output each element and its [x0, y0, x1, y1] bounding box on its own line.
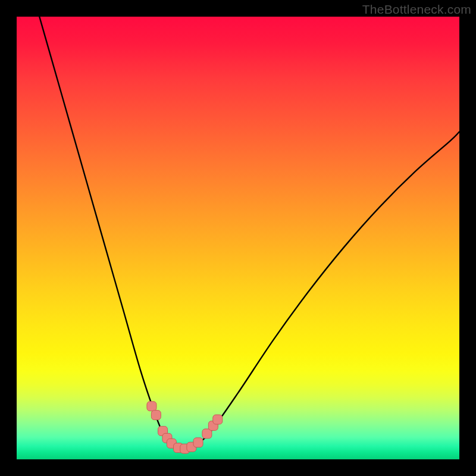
curve-layer	[17, 17, 459, 459]
highlight-markers	[147, 402, 223, 453]
marker	[213, 415, 223, 424]
marker	[147, 402, 156, 411]
watermark-text: TheBottleneck.com	[362, 2, 471, 17]
marker	[193, 438, 203, 447]
outer-frame: TheBottleneck.com	[0, 0, 476, 476]
marker	[151, 411, 161, 420]
bottleneck-curve	[17, 17, 459, 450]
plot-area	[17, 17, 459, 459]
